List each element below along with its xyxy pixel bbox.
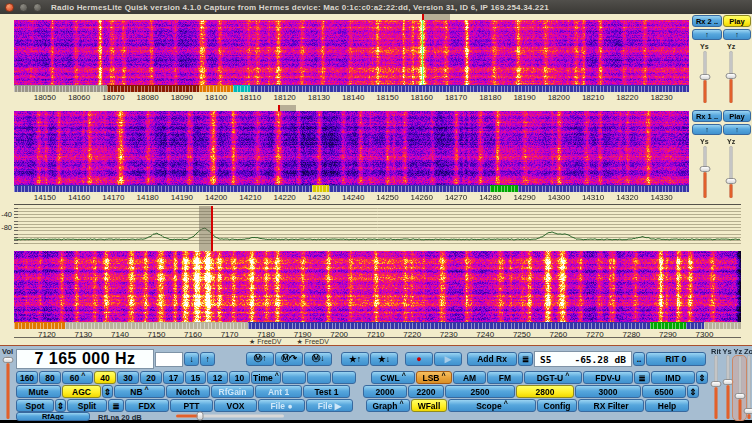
favorite-add-button[interactable]: ★↑ [341, 352, 369, 366]
frequency-ruler[interactable] [14, 85, 689, 92]
vol-slider[interactable] [2, 356, 15, 419]
rx1-up-button-1[interactable]: ↑ [692, 124, 722, 135]
add-rx-menu-button[interactable]: ≣ [518, 352, 533, 366]
config-button[interactable]: Config [537, 399, 577, 412]
mode-imd-button[interactable]: IMD [651, 371, 695, 384]
db-label-40: -40 [0, 210, 12, 219]
rx2-up-button-2[interactable]: ↑ [723, 29, 751, 40]
memory-next-button[interactable]: Ⓜ↷ [275, 352, 303, 366]
memory-save-button[interactable]: Ⓜ↑ [246, 352, 274, 366]
zo-slider[interactable] [743, 355, 752, 419]
filter-spin-button[interactable]: ⇕ [687, 385, 699, 398]
memory-delete-button[interactable]: Ⓜ↓ [304, 352, 332, 366]
frequency-entry[interactable] [155, 352, 183, 367]
close-button[interactable] [5, 3, 14, 12]
freq-up-button[interactable]: ↑ [200, 352, 215, 366]
slider-handle[interactable] [711, 381, 722, 387]
band-17-button[interactable]: 17 [163, 371, 184, 384]
frequency-ruler[interactable] [14, 322, 741, 329]
spectrum-graph[interactable] [14, 205, 741, 247]
s-meter-menu-button[interactable]: .. [633, 352, 645, 366]
rx2-button[interactable]: Rx 2 .. [692, 15, 722, 27]
slider-handle[interactable] [726, 178, 737, 184]
blank-button-3[interactable] [332, 371, 356, 384]
nb-button[interactable]: NB^ [114, 385, 165, 398]
minimize-button[interactable] [19, 3, 28, 12]
playback-button[interactable]: ▶ [434, 352, 462, 366]
fdx-button[interactable]: FDX [125, 399, 169, 412]
split-button[interactable]: Split [67, 399, 107, 412]
rx1-button[interactable]: Rx 1 .. [692, 110, 722, 122]
slider-handle[interactable] [196, 412, 203, 421]
freq-down-button[interactable]: ↓ [184, 352, 199, 366]
mode-fdvu-button[interactable]: FDV-U [583, 371, 633, 384]
scope-button[interactable]: Scope^ [448, 399, 536, 412]
filter-2200-button[interactable]: 2200 [408, 385, 444, 398]
imd-spin-button[interactable]: ⇕ [696, 371, 708, 384]
slider-handle[interactable] [700, 74, 711, 80]
frequency-ruler[interactable] [14, 185, 689, 192]
band-160-button[interactable]: 160 [16, 371, 38, 384]
rx1-yz-slider[interactable] [725, 146, 738, 198]
mute-button[interactable]: Mute [16, 385, 61, 398]
slider-handle[interactable] [726, 73, 737, 79]
graph-button[interactable]: Graph^ [366, 399, 410, 412]
add-rx-button[interactable]: Add Rx [467, 352, 517, 366]
band-15-button[interactable]: 15 [185, 371, 206, 384]
blank-button-2[interactable] [307, 371, 331, 384]
filter-2000-button[interactable]: 2000 [363, 385, 407, 398]
agc-button[interactable]: AGC [62, 385, 101, 398]
wfall-button[interactable]: WFall [411, 399, 447, 412]
agc-spin-button[interactable]: ⇕ [102, 385, 113, 398]
mode-cwl-button[interactable]: CWL^ [371, 371, 415, 384]
file-play-button[interactable]: File ▶ [306, 399, 353, 412]
rx1-waterfall[interactable] [14, 111, 689, 185]
time-button[interactable]: Time^ [251, 371, 281, 384]
band-60-button[interactable]: 60^ [62, 371, 93, 384]
ant1-button[interactable]: Ant 1 [255, 385, 302, 398]
record-button[interactable]: ● [405, 352, 433, 366]
rx2-waterfall[interactable] [14, 20, 689, 85]
filter-2500-button[interactable]: 2500 [445, 385, 515, 398]
rit-button[interactable]: RIT 0 [646, 352, 706, 366]
rx2-yz-slider[interactable] [725, 51, 738, 103]
rx1-play-button[interactable]: Play [723, 110, 751, 122]
main-waterfall[interactable] [14, 251, 741, 322]
spot-spin-button[interactable]: ⇕ [55, 399, 66, 412]
band-80-button[interactable]: 80 [39, 371, 61, 384]
test1-button[interactable]: Test 1 [303, 385, 350, 398]
rx-filter-button[interactable]: RX Filter [578, 399, 644, 412]
mode-fm-button[interactable]: FM [487, 371, 523, 384]
frequency-display[interactable]: 7 165 000 Hz [16, 349, 154, 369]
mode-am-button[interactable]: AM [453, 371, 486, 384]
filter-3000-button[interactable]: 3000 [575, 385, 641, 398]
band-20-button[interactable]: 20 [140, 371, 162, 384]
help-button[interactable]: Help [645, 399, 689, 412]
mode-dgtu-button[interactable]: DGT-U^ [524, 371, 582, 384]
slider-handle[interactable] [700, 166, 711, 172]
spot-button[interactable]: Spot [16, 399, 54, 412]
rx1-up-button-2[interactable]: ↑ [723, 124, 751, 135]
rfagc-button[interactable]: RfAgc [16, 412, 90, 421]
rfgain-button[interactable]: RfGain [211, 385, 254, 398]
slider-handle[interactable] [3, 357, 14, 363]
fdv-menu-button[interactable]: ≣ [634, 371, 650, 384]
rx2-play-button[interactable]: Play [723, 15, 751, 27]
band-12-button[interactable]: 12 [207, 371, 228, 384]
rx2-ys-slider[interactable] [699, 51, 712, 103]
maximize-button[interactable] [33, 3, 42, 12]
band-30-button[interactable]: 30 [117, 371, 139, 384]
split-menu-button[interactable]: ≣ [108, 399, 124, 412]
filter-2800-button[interactable]: 2800 [516, 385, 574, 398]
blank-button-1[interactable] [282, 371, 306, 384]
rx1-ys-slider[interactable] [699, 146, 712, 198]
filter-6500-button[interactable]: 6500 [642, 385, 686, 398]
band-40-button[interactable]: 40 [94, 371, 116, 384]
notch-button[interactable]: Notch [166, 385, 210, 398]
rx2-up-button-1[interactable]: ↑ [692, 29, 722, 40]
band-10-button[interactable]: 10 [229, 371, 250, 384]
mode-lsb-button[interactable]: LSB^ [416, 371, 452, 384]
favorite-list-button[interactable]: ★↓ [370, 352, 398, 366]
rflna-slider[interactable] [176, 411, 284, 421]
slider-handle[interactable] [744, 408, 752, 414]
